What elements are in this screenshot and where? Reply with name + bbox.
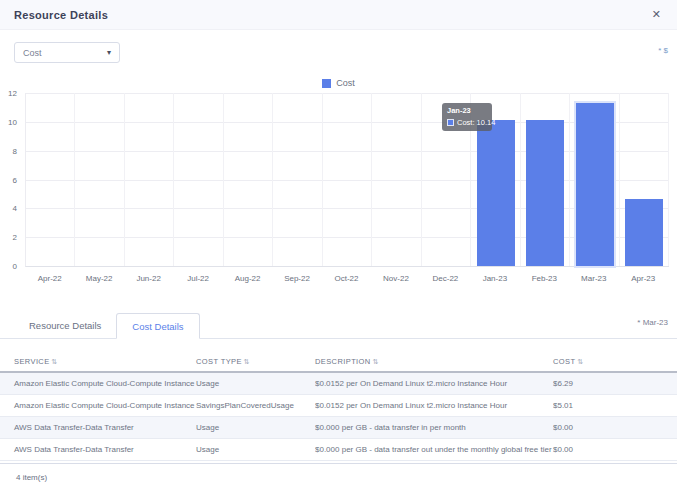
cell-cost: $0.00 [553,416,677,438]
tab-resource-details[interactable]: Resource Details [14,312,116,338]
bar-apr-23[interactable] [625,199,663,266]
v-gridline [520,93,521,266]
x-axis-tick: Feb-23 [520,274,569,283]
cell-cost-type: Usage [196,438,315,460]
close-icon: ✕ [652,8,661,20]
y-axis-tick: 4 [13,204,17,213]
cell-cost: $0.00 [553,438,677,460]
sort-icon: ⇅ [244,358,250,365]
v-gridline [371,93,372,266]
cell-description: $0.000 per GB - data transfer out under … [315,438,553,460]
x-axis-tick: Jun-22 [124,274,173,283]
cell-cost-type: SavingsPlanCoveredUsage [196,394,315,416]
h-gridline [26,208,669,209]
column-header-label: SERVICE [14,357,50,366]
legend-item-cost[interactable]: Cost [322,78,355,88]
x-axis-tick: May-22 [74,274,123,283]
column-header-service[interactable]: SERVICE⇅ [0,352,196,372]
h-gridline [26,151,669,152]
toolbar: Cost ▾ * $ [14,42,668,66]
v-gridline [668,93,669,266]
tab-cost-details[interactable]: Cost Details [116,313,199,339]
y-axis-tick: 6 [13,175,17,184]
table-footer: 4 item(s) [0,463,677,482]
x-axis-tick: Sep-22 [272,274,321,283]
x-axis-tick: Jan-23 [470,274,519,283]
table-body: Amazon Elastic Compute Cloud-Compute Ins… [0,372,677,460]
x-axis-tick: Dec-22 [421,274,470,283]
resource-details-dialog: Resource Details ✕ Cost ▾ * $ Cost 02468… [0,0,677,504]
table-row: AWS Data Transfer-Data TransferUsage$0.0… [0,416,677,438]
table-row: AWS Data Transfer-Data TransferUsage$0.0… [0,438,677,460]
tooltip-series-swatch [447,119,454,126]
period-note: * Mar-23 [637,318,668,327]
cell-service: Amazon Elastic Compute Cloud-Compute Ins… [0,394,196,416]
chart-plot [25,93,669,267]
sort-icon: ⇅ [577,358,583,365]
h-gridline [26,237,669,238]
cell-service: AWS Data Transfer-Data Transfer [0,416,196,438]
legend-swatch [322,79,331,88]
x-axis-tick: Aug-22 [223,274,272,283]
cost-chart: Cost 024681012 Apr-22May-22Jun-22Jul-22A… [0,70,677,298]
metric-select[interactable]: Cost ▾ [14,42,120,63]
close-button[interactable]: ✕ [650,7,663,22]
y-axis-tick: 8 [13,146,17,155]
y-axis-tick: 2 [13,233,17,242]
cell-cost-type: Usage [196,372,315,394]
cell-cost: $6.29 [553,372,677,394]
y-axis-tick: 10 [8,117,17,126]
v-gridline [421,93,422,266]
x-axis-tick: Nov-22 [371,274,420,283]
chevron-down-icon: ▾ [107,48,111,57]
v-gridline [322,93,323,266]
bar-mar-23[interactable] [576,103,614,266]
column-header-label: DESCRIPTION [315,357,371,366]
tooltip-value: Cost: 10.14 [457,118,495,127]
v-gridline [619,93,620,266]
currency-note: * $ [658,46,668,55]
tooltip-row: Cost: 10.14 [447,118,487,127]
table-row: Amazon Elastic Compute Cloud-Compute Ins… [0,394,677,416]
cost-details-table: SERVICE⇅COST TYPE⇅DESCRIPTION⇅COST⇅ Amaz… [0,352,677,482]
x-axis-tick: Apr-22 [25,274,74,283]
y-axis-tick: 12 [8,89,17,98]
bar-jan-23[interactable] [477,120,515,266]
column-header-cost-type[interactable]: COST TYPE⇅ [196,352,315,372]
cell-description: $0.0152 per On Demand Linux t2.micro Ins… [315,394,553,416]
v-gridline [223,93,224,266]
metric-select-value: Cost [23,48,42,58]
bar-feb-23[interactable] [526,120,564,266]
cell-service: Amazon Elastic Compute Cloud-Compute Ins… [0,372,196,394]
cell-service: AWS Data Transfer-Data Transfer [0,438,196,460]
x-axis-tick: Apr-23 [619,274,668,283]
cell-cost: $5.01 [553,394,677,416]
y-axis-tick: 0 [13,262,17,271]
sort-icon: ⇅ [373,358,379,365]
tabs: Resource Details Cost Details * Mar-23 [0,312,677,339]
table-row: Amazon Elastic Compute Cloud-Compute Ins… [0,372,677,394]
legend-label: Cost [336,78,355,88]
column-header-description[interactable]: DESCRIPTION⇅ [315,352,553,372]
x-axis-tick: Mar-23 [569,274,618,283]
cell-description: $0.000 per GB - data transfer in per mon… [315,416,553,438]
v-gridline [272,93,273,266]
cell-description: $0.0152 per On Demand Linux t2.micro Ins… [315,372,553,394]
tooltip-title: Jan-23 [447,106,487,115]
h-gridline [26,122,669,123]
column-header-cost[interactable]: COST⇅ [553,352,677,372]
x-axis-tick: Jul-22 [173,274,222,283]
v-gridline [569,93,570,266]
h-gridline [26,180,669,181]
x-axis-tick: Oct-22 [322,274,371,283]
sort-icon: ⇅ [52,358,58,365]
chart-y-axis: 024681012 [0,93,20,267]
table-header-row: SERVICE⇅COST TYPE⇅DESCRIPTION⇅COST⇅ [0,352,677,372]
cell-cost-type: Usage [196,416,315,438]
v-gridline [124,93,125,266]
dialog-header: Resource Details ✕ [0,0,677,30]
h-gridline [26,93,669,94]
v-gridline [173,93,174,266]
chart-tooltip: Jan-23 Cost: 10.14 [442,103,492,131]
v-gridline [74,93,75,266]
